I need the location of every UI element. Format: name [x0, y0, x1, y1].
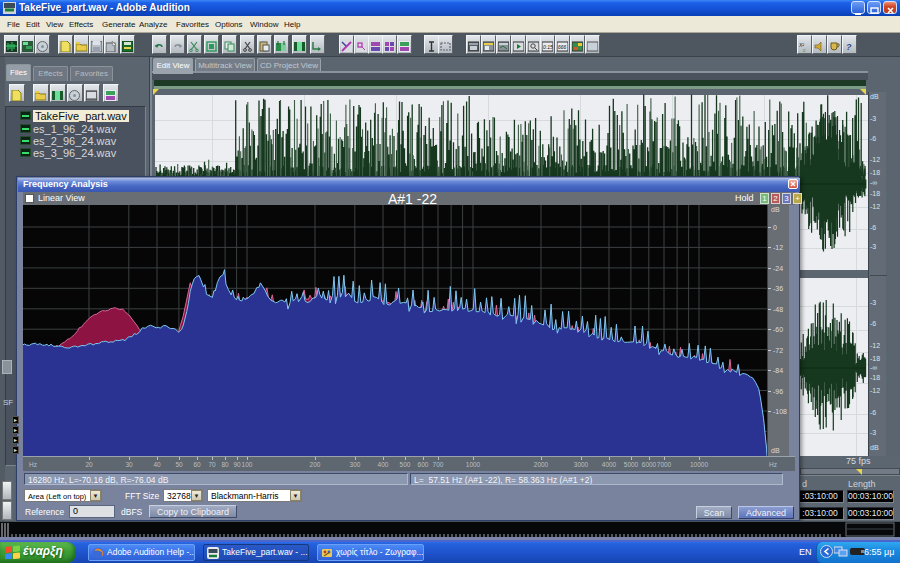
svg-text:?: ?	[846, 42, 852, 52]
svg-text:666: 666	[558, 44, 567, 50]
svg-text:0:15: 0:15	[543, 44, 553, 50]
svg-text:♫: ♫	[802, 47, 806, 52]
